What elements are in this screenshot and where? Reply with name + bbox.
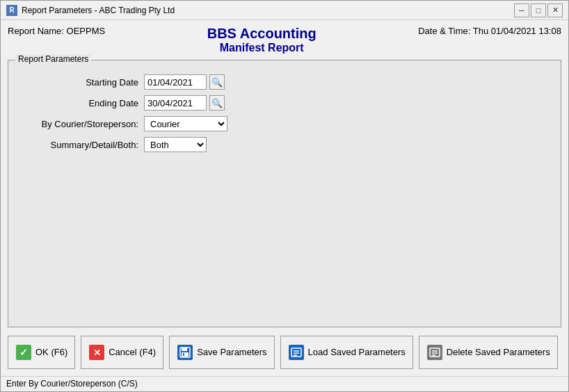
datetime-section: Date & Time: Thu 01/04/2021 13:08 <box>418 26 561 36</box>
titlebar-controls: ─ □ ✕ <box>514 3 563 17</box>
ending-date-row: Ending Date 🔍 <box>22 95 547 111</box>
cancel-label: Cancel (F4) <box>109 347 156 359</box>
cancel-button[interactable]: ✕ Cancel (F4) <box>81 336 163 369</box>
window-title: Report Parameters - ABC Trading Pty Ltd <box>22 6 175 15</box>
summary-input-group: Summary Detail Both <box>144 137 207 152</box>
report-params-box: Report Parameters Starting Date 🔍 Ending… <box>8 60 561 327</box>
main-window: R Report Parameters - ABC Trading Pty Lt… <box>0 0 569 392</box>
app-title-main: BBS Accounting <box>105 26 418 42</box>
minimize-button[interactable]: ─ <box>514 3 529 17</box>
app-title-sub: Manifest Report <box>105 42 418 54</box>
status-text: Enter By Courier/Storeperson (C/S) <box>6 379 138 389</box>
svg-rect-2 <box>182 352 189 357</box>
ending-date-label: Ending Date <box>22 98 144 108</box>
starting-date-input-group: 🔍 <box>144 74 225 90</box>
starting-date-row: Starting Date 🔍 <box>22 74 547 90</box>
app-title-section: BBS Accounting Manifest Report <box>105 26 418 54</box>
courier-select[interactable]: Courier Storeperson Both <box>144 116 227 131</box>
load-icon <box>288 344 305 361</box>
close-button[interactable]: ✕ <box>547 3 563 17</box>
ok-button[interactable]: ✓ OK (F6) <box>8 336 75 369</box>
form-table: Starting Date 🔍 Ending Date 🔍 <box>22 74 547 152</box>
params-legend: Report Parameters <box>15 54 91 64</box>
header-bar: Report Name: OEPPMS BBS Accounting Manif… <box>8 24 561 56</box>
courier-row: By Courier/Storeperson: Courier Storeper… <box>22 116 547 131</box>
datetime-label: Date & Time: <box>418 26 470 36</box>
titlebar-left: R Report Parameters - ABC Trading Pty Lt… <box>6 5 175 16</box>
ending-date-input-group: 🔍 <box>144 95 225 111</box>
starting-date-picker-button[interactable]: 🔍 <box>209 74 225 90</box>
app-icon: R <box>6 5 17 16</box>
starting-date-field[interactable] <box>144 74 207 90</box>
save-icon <box>177 344 193 361</box>
content-area: Report Name: OEPPMS BBS Accounting Manif… <box>1 20 568 376</box>
load-parameters-button[interactable]: Load Saved Parameters <box>280 336 413 369</box>
footer-buttons: ✓ OK (F6) ✕ Cancel (F4) <box>8 332 561 372</box>
summary-select[interactable]: Summary Detail Both <box>144 137 207 152</box>
save-label: Save Parameters <box>197 347 266 359</box>
save-parameters-button[interactable]: Save Parameters <box>169 336 274 369</box>
cancel-icon: ✕ <box>88 344 105 361</box>
titlebar: R Report Parameters - ABC Trading Pty Lt… <box>1 1 568 20</box>
report-name-value: OEPPMS <box>67 26 106 36</box>
svg-rect-1 <box>182 348 187 351</box>
ending-date-picker-button[interactable]: 🔍 <box>209 95 225 111</box>
maximize-button[interactable]: □ <box>531 3 546 17</box>
report-name-section: Report Name: OEPPMS <box>8 26 105 36</box>
summary-label: Summary/Detail/Both: <box>22 140 144 150</box>
courier-input-group: Courier Storeperson Both <box>144 116 227 131</box>
load-label: Load Saved Parameters <box>308 347 406 359</box>
datetime-value: Thu 01/04/2021 13:08 <box>473 26 561 36</box>
ending-date-field[interactable] <box>144 95 207 111</box>
ok-label: OK (F6) <box>35 347 67 359</box>
starting-date-label: Starting Date <box>22 77 144 88</box>
summary-row: Summary/Detail/Both: Summary Detail Both <box>22 137 547 152</box>
ok-icon: ✓ <box>15 344 32 361</box>
svg-rect-3 <box>183 353 184 356</box>
delete-parameters-button[interactable]: Delete Saved Parameters <box>419 336 558 369</box>
delete-icon <box>426 344 443 361</box>
delete-label: Delete Saved Parameters <box>447 347 550 359</box>
courier-label: By Courier/Storeperson: <box>22 119 144 129</box>
status-bar: Enter By Courier/Storeperson (C/S) <box>1 376 568 391</box>
report-name-label: Report Name: <box>8 26 64 36</box>
